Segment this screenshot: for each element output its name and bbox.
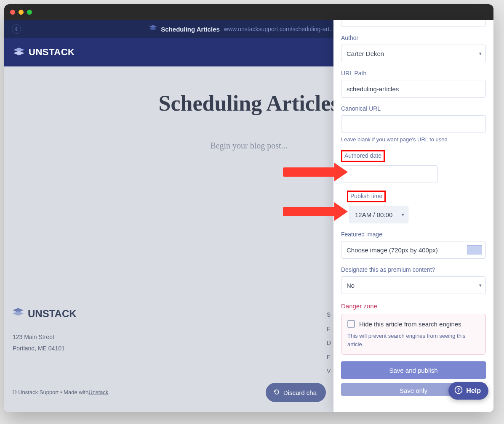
stack-icon bbox=[149, 25, 157, 33]
settings-panel: Select categories Author Carter Deken ▾ … bbox=[333, 20, 493, 412]
authored-date-highlight: Authored date bbox=[341, 150, 385, 162]
svg-text:?: ? bbox=[457, 387, 460, 392]
authored-date-label: Authored date bbox=[344, 152, 381, 159]
window-minimize-icon[interactable] bbox=[19, 10, 24, 15]
url-path-input[interactable] bbox=[341, 80, 486, 98]
hide-checkbox-hint: This will prevent search engines from se… bbox=[347, 332, 480, 348]
save-and-publish-button[interactable]: Save and publish bbox=[341, 361, 486, 379]
url-path-label: URL Path bbox=[341, 70, 486, 77]
brand-text: UNSTACK bbox=[29, 47, 75, 58]
annotation-arrow bbox=[283, 167, 335, 177]
footer-copyright-prefix: © Unstack Support • Made with bbox=[13, 389, 88, 395]
back-button[interactable] bbox=[12, 24, 21, 34]
footer-column-letters: S F D E V bbox=[327, 308, 331, 379]
danger-zone-label: Danger zone bbox=[341, 302, 486, 310]
featured-image-picker[interactable]: Choose image (720px by 400px) bbox=[341, 241, 486, 259]
publish-time-highlight: Publish time bbox=[347, 191, 386, 202]
window-close-icon[interactable] bbox=[10, 10, 15, 15]
canonical-url-input[interactable] bbox=[341, 115, 486, 133]
premium-label: Designate this as premium content? bbox=[341, 266, 486, 273]
brand-logo[interactable]: UNSTACK bbox=[13, 47, 75, 58]
help-label: Help bbox=[466, 387, 481, 395]
featured-image-placeholder: Choose image (720px by 400px) bbox=[347, 246, 438, 254]
author-select[interactable]: Carter Deken bbox=[341, 45, 486, 62]
discard-button-label: Discard cha bbox=[283, 389, 317, 396]
author-label: Author bbox=[341, 34, 486, 41]
help-icon: ? bbox=[454, 386, 463, 396]
image-thumbnail-placeholder bbox=[467, 245, 482, 254]
annotation-arrow bbox=[283, 207, 335, 216]
help-button[interactable]: ? Help bbox=[448, 382, 488, 400]
danger-zone-box: Hide this article from search engines Th… bbox=[341, 314, 486, 355]
featured-image-label: Featured image bbox=[341, 231, 486, 238]
window-zoom-icon[interactable] bbox=[27, 10, 32, 15]
hide-checkbox-label: Hide this article from search engines bbox=[359, 321, 461, 328]
canonical-url-hint: Leave blank if you want page's URL to us… bbox=[341, 136, 486, 143]
hide-from-search-checkbox[interactable]: Hide this article from search engines bbox=[347, 320, 480, 328]
page-url: www.unstacksupport.com/scheduling-art... bbox=[224, 26, 334, 32]
window-titlebar bbox=[4, 4, 493, 20]
premium-select[interactable]: No bbox=[341, 276, 486, 294]
canonical-url-label: Canonical URL bbox=[341, 105, 486, 112]
publish-time-select[interactable]: 12AM / 00:00 bbox=[349, 206, 408, 223]
undo-icon bbox=[273, 389, 280, 397]
footer-brand-text: UNSTACK bbox=[28, 308, 77, 320]
categories-select[interactable]: Select categories bbox=[341, 20, 486, 27]
stack-icon bbox=[13, 48, 24, 57]
stack-icon bbox=[13, 308, 24, 320]
discard-changes-button[interactable]: Discard cha bbox=[266, 383, 326, 402]
page-title: Scheduling Articles bbox=[161, 26, 219, 33]
publish-time-label: Publish time bbox=[350, 193, 382, 199]
checkbox-icon bbox=[347, 320, 355, 328]
authored-date-input[interactable] bbox=[341, 165, 438, 183]
footer-unstack-link[interactable]: Unstack bbox=[88, 389, 108, 395]
